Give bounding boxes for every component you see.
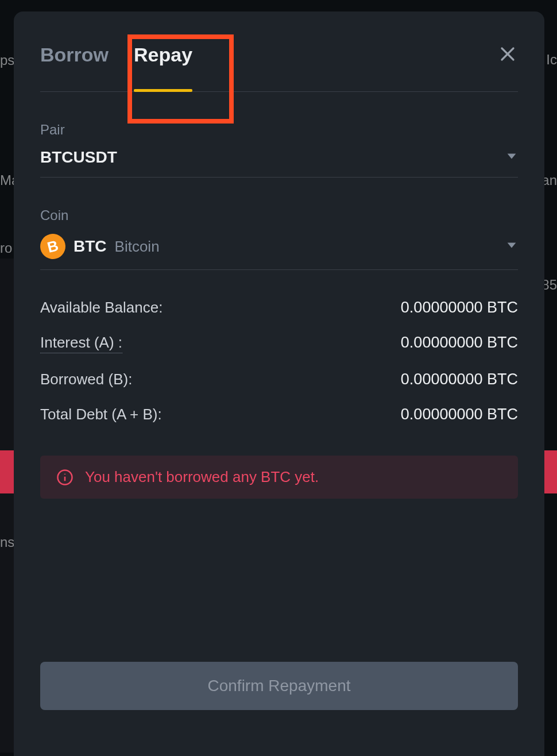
bg-sidebar-dark [0, 259, 15, 753]
row-interest: Interest (A) : 0.00000000 BTC [40, 334, 518, 353]
value-interest: 0.00000000 BTC [401, 334, 518, 352]
row-available: Available Balance: 0.00000000 BTC [40, 299, 518, 317]
confirm-repayment-button[interactable]: Confirm Repayment [40, 662, 518, 710]
pair-label: Pair [40, 122, 518, 138]
bg-red-stripe-left [0, 450, 14, 493]
row-total: Total Debt (A + B): 0.00000000 BTC [40, 406, 518, 423]
tab-borrow[interactable]: Borrow [40, 44, 109, 91]
value-total: 0.00000000 BTC [401, 406, 518, 423]
bg-fragment: Ic [546, 52, 557, 68]
tabs: Borrow Repay [40, 44, 518, 92]
warning-text: You haven't borrowed any BTC yet. [85, 468, 319, 486]
value-borrowed: 0.00000000 BTC [401, 371, 518, 388]
bg-fragment: ns [0, 534, 14, 550]
label-total: Total Debt (A + B): [40, 406, 162, 423]
value-available: 0.00000000 BTC [401, 299, 518, 317]
label-interest[interactable]: Interest (A) : [40, 334, 122, 353]
bg-fragment: ro [0, 240, 12, 256]
pair-value: BTCUSDT [40, 148, 117, 167]
svg-marker-2 [508, 153, 516, 159]
repay-modal: Borrow Repay Pair BTCUSDT Coin B BTC Bit… [14, 11, 544, 756]
pair-dropdown[interactable]: BTCUSDT [40, 148, 518, 178]
coin-name: Bitcoin [115, 238, 160, 256]
bitcoin-icon: B [37, 231, 68, 261]
tab-repay[interactable]: Repay [134, 44, 192, 91]
caret-down-icon [505, 152, 518, 163]
caret-down-icon [505, 241, 518, 252]
bg-fragment: ps [0, 52, 14, 68]
balance-details: Available Balance: 0.00000000 BTC Intere… [40, 299, 518, 423]
coin-label: Coin [40, 207, 518, 223]
info-icon [56, 469, 74, 486]
coin-symbol: BTC [74, 237, 107, 256]
label-borrowed: Borrowed (B): [40, 371, 132, 388]
row-borrowed: Borrowed (B): 0.00000000 BTC [40, 371, 518, 388]
label-available: Available Balance: [40, 299, 163, 317]
warning-banner: You haven't borrowed any BTC yet. [40, 456, 518, 499]
bg-red-stripe-right [543, 450, 557, 493]
coin-dropdown[interactable]: B BTC Bitcoin [40, 234, 518, 270]
svg-marker-3 [508, 242, 516, 248]
